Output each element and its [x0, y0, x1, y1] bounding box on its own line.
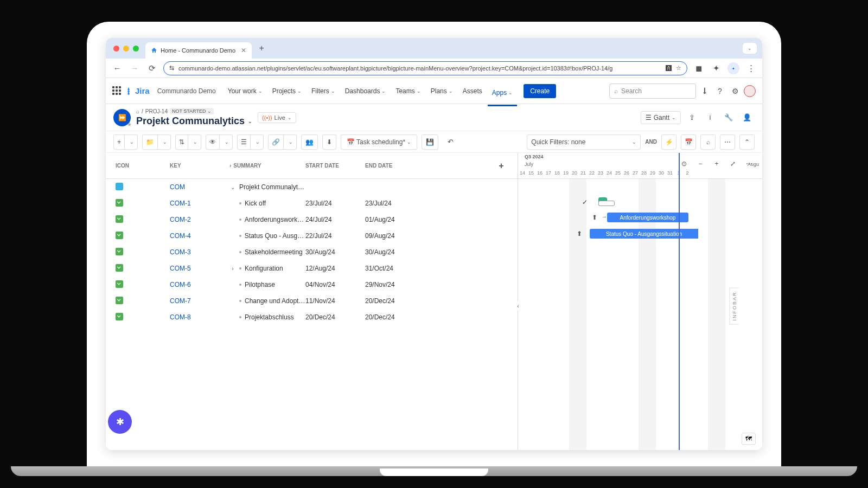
- create-button[interactable]: Create: [524, 84, 556, 98]
- status-badge[interactable]: NOT STARTED ⌄: [170, 108, 214, 114]
- table-row[interactable]: COM ⌄Projekt Communalytics: [106, 179, 518, 195]
- nav-apps[interactable]: Apps⌄: [488, 84, 517, 106]
- reload-button[interactable]: ⟳: [146, 62, 158, 74]
- forward-button[interactable]: →: [129, 62, 141, 74]
- col-start[interactable]: START DATE: [305, 163, 365, 169]
- sort-button[interactable]: ⇅⌄: [175, 134, 201, 150]
- nav-plans[interactable]: Plans⌄: [426, 84, 457, 98]
- site-name[interactable]: Communardo Demo: [157, 87, 216, 95]
- table-row[interactable]: COM-3 Stakeholdermeeting 30/Aug/24 30/Au…: [106, 244, 518, 260]
- nav-assets[interactable]: Assets: [458, 84, 487, 98]
- nav-filters[interactable]: Filters⌄: [307, 84, 340, 98]
- fab-button[interactable]: ✱: [108, 410, 132, 434]
- issue-key[interactable]: COM-2: [170, 216, 191, 223]
- issue-key[interactable]: COM-3: [170, 248, 191, 256]
- search-tool-icon[interactable]: ⌕: [700, 134, 716, 150]
- nav-teams[interactable]: Teams⌄: [391, 84, 425, 98]
- breadcrumb[interactable]: ⌂ / PROJ-14 NOT STARTED ⌄: [136, 108, 252, 114]
- task-scheduling-button[interactable]: 📅 Task scheduling* ⌄: [341, 134, 417, 150]
- browser-tab[interactable]: Home - Communardo Demo ✕: [145, 42, 252, 59]
- avatar[interactable]: [744, 85, 756, 97]
- nav-your-work[interactable]: Your work⌄: [224, 84, 267, 98]
- download-button[interactable]: ⬇: [322, 134, 336, 150]
- table-row[interactable]: COM-7 Change und Adopti... 11/Nov/24 20/…: [106, 293, 518, 309]
- calendar-icon[interactable]: 📅: [681, 134, 696, 150]
- col-icon[interactable]: ICON: [116, 163, 170, 169]
- share-icon[interactable]: ⇪: [684, 110, 699, 125]
- settings-icon[interactable]: ⚙: [729, 85, 742, 98]
- view-gantt-button[interactable]: ☰ Gantt ⌄: [641, 111, 681, 124]
- extensions-puzzle-icon[interactable]: ✦: [710, 62, 722, 74]
- back-button[interactable]: ←: [111, 62, 123, 74]
- live-badge[interactable]: ((•)) Live⌄: [258, 112, 296, 123]
- page-title[interactable]: Projekt Communalytics⌄: [136, 115, 252, 127]
- layout-button[interactable]: ☰⌄: [237, 134, 264, 150]
- new-tab-button[interactable]: +: [255, 42, 268, 55]
- table-row[interactable]: COM-8 Projektabschluss 20/Dec/24 20/Dec/…: [106, 309, 518, 325]
- site-settings-icon[interactable]: ⇆: [169, 65, 174, 72]
- col-key[interactable]: KEY: [170, 163, 229, 169]
- collapse-icon[interactable]: ⌃: [739, 134, 755, 150]
- infobar-toggle[interactable]: INFOBAR: [729, 287, 738, 324]
- add-column-button[interactable]: +: [495, 159, 508, 172]
- expand-icon[interactable]: ⤢: [725, 156, 741, 171]
- bolt-icon[interactable]: ⚡: [661, 134, 676, 150]
- gantt-body[interactable]: ✓ ⬆ → Anforderungsworkshop ⬆ Status Quo …: [518, 179, 762, 450]
- issue-key[interactable]: COM-1: [170, 200, 191, 207]
- add-button[interactable]: +⌄: [113, 134, 138, 150]
- team-button[interactable]: 👥: [301, 134, 318, 150]
- col-summary[interactable]: ›SUMMARY: [229, 163, 305, 169]
- more-icon[interactable]: ⋯: [720, 134, 735, 150]
- gantt-bar-outline[interactable]: [598, 201, 615, 206]
- person-icon[interactable]: 👤: [739, 110, 755, 125]
- issue-key[interactable]: COM-7: [170, 297, 191, 305]
- save-button[interactable]: 💾: [422, 134, 438, 150]
- table-row[interactable]: COM-1 Kick off 23/Jul/24 23/Jul/24: [106, 195, 518, 211]
- search-input[interactable]: ⌕ Search: [609, 84, 696, 99]
- help-icon[interactable]: ?: [713, 85, 726, 98]
- minimap-icon[interactable]: 🗺: [742, 433, 756, 445]
- bigpicture-icon[interactable]: ⏩: [113, 109, 131, 126]
- nav-projects[interactable]: Projects⌄: [268, 84, 306, 98]
- profile-icon[interactable]: •: [727, 62, 739, 74]
- issue-key[interactable]: COM-4: [170, 232, 191, 240]
- link-button[interactable]: 🔗⌄: [268, 134, 297, 150]
- issue-key[interactable]: COM-6: [170, 281, 191, 288]
- issue-key[interactable]: COM: [170, 183, 185, 191]
- today-icon[interactable]: ⊙: [676, 156, 692, 171]
- browser-menu-icon[interactable]: ⋮: [745, 62, 757, 74]
- undo-button[interactable]: ↶: [443, 134, 458, 150]
- window-close-icon[interactable]: [113, 46, 119, 52]
- table-row[interactable]: COM-5 ›Konfiguration 12/Aug/24 31/Oct/24: [106, 260, 518, 277]
- table-row[interactable]: COM-4 Status Quo - Ausga... 22/Jul/24 09…: [106, 228, 518, 244]
- zoom-in-icon[interactable]: +: [709, 156, 724, 171]
- issue-key[interactable]: COM-8: [170, 313, 191, 321]
- bookmark-icon[interactable]: ☆: [676, 65, 681, 72]
- chevron-icon[interactable]: ⌄: [229, 184, 236, 190]
- chevron-icon[interactable]: ›: [229, 266, 236, 272]
- wrench-icon[interactable]: 🔧: [721, 110, 736, 125]
- nav-dashboards[interactable]: Dashboards⌄: [341, 84, 391, 98]
- notifications-icon[interactable]: 🠗: [698, 85, 711, 98]
- url-input[interactable]: ⇆ communardo-demo.atlassian.net/plugins/…: [163, 61, 687, 75]
- tab-overflow-icon[interactable]: ⌄: [743, 43, 757, 54]
- visibility-button[interactable]: 👁⌄: [206, 134, 233, 150]
- home-icon[interactable]: ⌂: [136, 108, 139, 114]
- gantt-bar-anforderung[interactable]: Anforderungsworkshop: [607, 213, 688, 222]
- window-maximize-icon[interactable]: [133, 46, 139, 52]
- issue-key[interactable]: COM-5: [170, 265, 191, 272]
- info-icon[interactable]: i: [703, 110, 718, 125]
- window-minimize-icon[interactable]: [123, 46, 129, 52]
- table-row[interactable]: COM-6 Pilotphase 04/Nov/24 29/Nov/24: [106, 277, 518, 293]
- table-row[interactable]: COM-2 Anforderungsworks... 24/Jul/24 01/…: [106, 211, 518, 228]
- col-end[interactable]: END DATE: [365, 163, 495, 169]
- jira-logo[interactable]: Jira: [124, 86, 150, 95]
- app-switcher-icon[interactable]: [112, 86, 122, 96]
- quick-filters[interactable]: Quick Filters: none⌄: [527, 134, 641, 150]
- zoom-out-icon[interactable]: −: [693, 156, 708, 171]
- gantt-more-icon[interactable]: ⋯: [742, 156, 757, 171]
- translate-icon[interactable]: 🅰: [666, 65, 672, 72]
- gantt-bar-status[interactable]: Status Quo - Ausgangssituation: [590, 229, 698, 239]
- split-handle-icon[interactable]: ‹: [514, 301, 522, 310]
- folder-button[interactable]: 📁⌄: [142, 134, 171, 150]
